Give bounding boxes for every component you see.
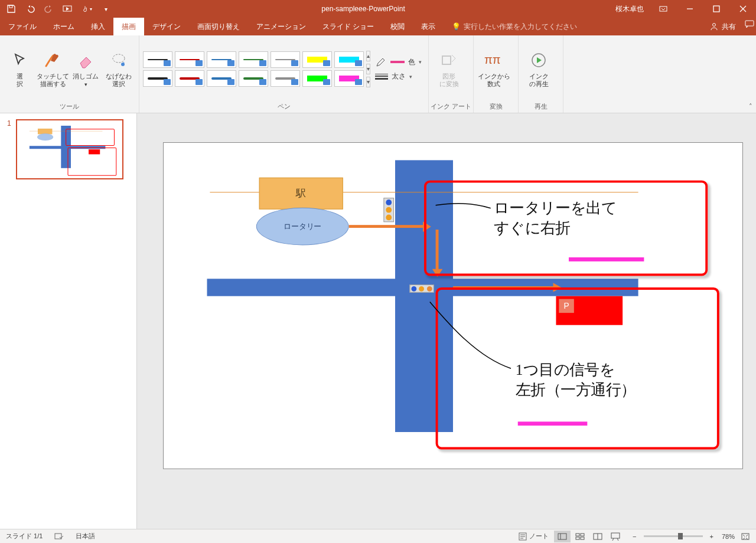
lasso-select-button[interactable]: なげなわ 選択 (102, 47, 135, 90)
tab-review[interactable]: 校閲 (382, 18, 413, 35)
pen-gallery[interactable] (143, 51, 364, 87)
svg-point-7 (113, 54, 125, 63)
slide-editor[interactable]: 駅 ロータリー P (137, 113, 756, 529)
zoom-in-icon[interactable]: + (708, 533, 716, 540)
svg-rect-14 (30, 146, 67, 149)
close-icon[interactable] (729, 0, 756, 18)
zoom-level[interactable]: 78% (722, 533, 735, 540)
start-from-beginning-icon[interactable] (63, 4, 73, 14)
slide-number: 1 (7, 119, 11, 179)
pen-thickness-button[interactable]: 太さ ▾ (375, 71, 422, 81)
account-name[interactable]: 桜木卓也 (610, 4, 650, 14)
pen-swatch[interactable] (271, 51, 300, 68)
slideshow-view-icon[interactable] (607, 531, 624, 542)
tab-home[interactable]: ホーム (45, 18, 83, 35)
draw-with-touch-button[interactable]: タッチして 描画する (37, 47, 70, 90)
svg-rect-15 (71, 146, 105, 149)
touch-mode-icon[interactable]: ▾ (82, 4, 92, 14)
save-icon[interactable] (6, 4, 17, 14)
zoom-slider-thumb[interactable] (678, 533, 683, 539)
tab-draw[interactable]: 描画 (113, 18, 144, 35)
collapse-ribbon-icon[interactable]: ˄ (749, 103, 752, 110)
lasso-icon (108, 50, 129, 71)
eraser-button[interactable]: 消しゴム▾ (70, 47, 103, 90)
tab-design[interactable]: デザイン (144, 18, 189, 35)
share-button[interactable]: 共有 (703, 18, 743, 35)
redo-icon[interactable] (44, 4, 54, 14)
color-swatch (390, 61, 405, 63)
highlighter-swatch[interactable] (302, 51, 332, 68)
pen-swatch[interactable] (271, 70, 300, 87)
ink-replay-button[interactable]: インク の再生 (522, 47, 555, 90)
tell-me-search[interactable]: 💡 実行したい作業を入力してください (444, 18, 585, 35)
svg-point-18 (37, 133, 53, 140)
slide-thumbnails-pane[interactable]: 1 (0, 113, 137, 529)
zoom-out-icon[interactable]: − (630, 533, 638, 540)
highlighter-swatch[interactable] (302, 70, 332, 87)
highlighter-swatch[interactable] (334, 70, 364, 87)
fit-to-window-icon[interactable] (741, 532, 750, 541)
tab-view[interactable]: 表示 (413, 18, 444, 35)
math-icon: ππ (483, 50, 504, 71)
language-label[interactable]: 日本語 (76, 532, 95, 541)
svg-rect-31 (576, 537, 579, 539)
finger-draw-icon (43, 50, 64, 71)
pen-swatch[interactable] (239, 51, 268, 68)
maximize-icon[interactable] (703, 0, 729, 18)
tab-file[interactable]: ファイル (0, 18, 45, 35)
svg-rect-6 (745, 21, 754, 26)
app-name: PowerPoint (369, 5, 405, 13)
pen-swatch[interactable] (175, 51, 204, 68)
svg-point-5 (713, 24, 716, 27)
person-icon (710, 22, 718, 31)
tab-slideshow[interactable]: スライド ショー (314, 18, 382, 35)
pen-gallery-expand[interactable]: ▴▾▾ (366, 51, 370, 87)
handwriting-2: 1つ目の信号を 左折（一方通行） (516, 360, 636, 401)
ink-to-math-button[interactable]: ππ インクから 数式 (477, 47, 510, 90)
normal-view-icon[interactable] (554, 531, 571, 542)
group-replay: インク の再生 再生 (519, 35, 563, 113)
svg-rect-19 (89, 149, 100, 154)
slide-sorter-view-icon[interactable] (572, 531, 588, 542)
ink-to-shape-button: 図形 に変換 (432, 47, 465, 90)
group-inkart: 図形 に変換 インク アート (429, 35, 474, 113)
svg-rect-4 (713, 6, 719, 12)
ink-to-shape-icon (438, 50, 460, 71)
highlighter-swatch[interactable] (334, 51, 364, 68)
ribbon-display-icon[interactable] (650, 0, 676, 18)
slide-counter[interactable]: スライド 1/1 (6, 532, 43, 541)
svg-rect-35 (611, 533, 620, 538)
zoom-slider[interactable] (644, 535, 703, 537)
minimize-icon[interactable] (676, 0, 703, 18)
undo-icon[interactable] (25, 4, 35, 14)
group-pens: ▴▾▾ 色 ▾ 太さ ▾ ペン (139, 35, 429, 113)
handwriting-1: ロータリーを出て すぐに右折 (494, 198, 617, 238)
pen-swatch[interactable] (239, 70, 268, 87)
eraser-icon (75, 50, 96, 71)
quick-access-toolbar: ▾ ▾ (0, 4, 117, 14)
select-button[interactable]: 選 択 (4, 47, 37, 90)
group-tools-label: ツール (0, 102, 139, 113)
comments-icon[interactable] (743, 18, 756, 31)
pen-swatch[interactable] (143, 51, 172, 68)
notes-button[interactable]: ノート (519, 532, 549, 541)
slide-canvas[interactable]: 駅 ロータリー P (164, 143, 742, 469)
pen-swatch[interactable] (207, 51, 236, 68)
qat-customize-icon[interactable]: ▾ (100, 4, 111, 14)
pen-swatch[interactable] (207, 70, 236, 87)
svg-line-37 (617, 538, 618, 541)
pink-underline-1 (569, 257, 644, 261)
pen-color-button[interactable]: 色 ▾ (375, 56, 422, 68)
svg-rect-38 (742, 534, 749, 539)
reading-view-icon[interactable] (589, 531, 606, 542)
pen-swatch[interactable] (143, 70, 172, 87)
tab-transitions[interactable]: 画面切り替え (189, 18, 248, 35)
tab-insert[interactable]: 挿入 (83, 18, 113, 35)
spellcheck-icon[interactable] (54, 532, 64, 541)
slide-thumbnail-1[interactable] (16, 119, 123, 179)
tab-animations[interactable]: アニメーション (248, 18, 314, 35)
svg-rect-2 (660, 6, 667, 11)
pen-swatch[interactable] (175, 70, 204, 87)
group-convert: ππ インクから 数式 変換 (474, 35, 519, 113)
notes-icon (519, 532, 527, 541)
